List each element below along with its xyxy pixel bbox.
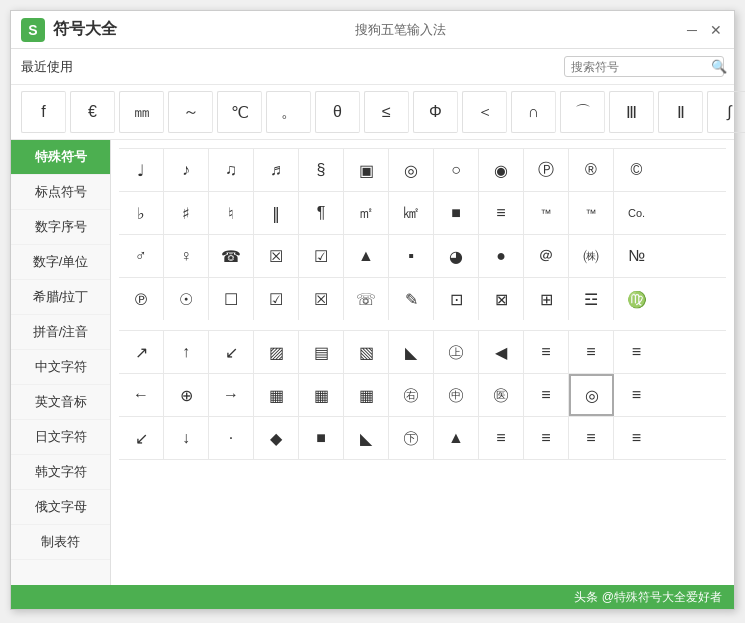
sym-cell[interactable]: ◎ [389,149,434,191]
recent-sym-13[interactable]: Ⅱ [658,91,703,133]
recent-sym-0[interactable]: f [21,91,66,133]
sym-cell[interactable]: ▪ [389,235,434,277]
sym-cell[interactable]: ◉ [479,149,524,191]
sidebar-item-japanese[interactable]: 日文字符 [11,420,110,455]
sym-cell[interactable]: ☎ [209,235,254,277]
sym-cell[interactable]: ㊤ [434,331,479,373]
sym-cell[interactable]: ◀ [479,331,524,373]
sym-cell[interactable]: ▣ [344,149,389,191]
sym-cell[interactable]: ♂ [119,235,164,277]
sym-cell[interactable]: § [299,149,344,191]
recent-sym-6[interactable]: θ [315,91,360,133]
sym-cell[interactable]: ☏ [344,278,389,320]
sidebar-item-phonetic[interactable]: 英文音标 [11,385,110,420]
sym-cell[interactable]: ㊩ [479,374,524,416]
sym-cell[interactable]: ㈱ [569,235,614,277]
sym-cell[interactable]: ＠ [524,235,569,277]
sym-cell[interactable]: ™ [569,192,614,234]
sym-cell[interactable]: ● [479,235,524,277]
sym-cell[interactable]: ☑ [254,278,299,320]
sym-cell[interactable]: ☒ [254,235,299,277]
sym-cell[interactable]: ← [119,374,164,416]
recent-sym-3[interactable]: ～ [168,91,213,133]
sym-cell[interactable]: ♩ [119,149,164,191]
sym-cell[interactable]: ☐ [209,278,254,320]
recent-sym-14[interactable]: ∫ [707,91,745,133]
sidebar-item-special[interactable]: 特殊符号 [11,140,110,175]
sym-cell[interactable]: ↑ [164,331,209,373]
sym-cell[interactable]: ■ [299,417,344,459]
sym-cell[interactable]: © [614,149,659,191]
recent-sym-5[interactable]: 。 [266,91,311,133]
sidebar-item-punctuation[interactable]: 标点符号 [11,175,110,210]
recent-sym-1[interactable]: € [70,91,115,133]
sym-cell[interactable]: ⊞ [524,278,569,320]
sym-cell[interactable]: ≡ [569,417,614,459]
sym-cell[interactable]: ⊡ [434,278,479,320]
recent-sym-7[interactable]: ≤ [364,91,409,133]
sym-cell[interactable]: ◆ [254,417,299,459]
sym-cell[interactable]: ♯ [164,192,209,234]
sym-cell[interactable]: ↗ [119,331,164,373]
recent-sym-11[interactable]: ⌒ [560,91,605,133]
sym-cell[interactable]: ♍ [614,278,659,320]
recent-sym-4[interactable]: ℃ [217,91,262,133]
sym-cell[interactable]: ♀ [164,235,209,277]
sym-cell[interactable]: ◣ [344,417,389,459]
sym-cell[interactable]: ℗ [119,278,164,320]
sym-cell[interactable]: ▤ [299,331,344,373]
sym-cell[interactable]: ≡ [569,331,614,373]
sym-cell[interactable]: ™ [524,192,569,234]
sym-cell[interactable]: ≡ [479,417,524,459]
close-button[interactable]: ✕ [708,22,724,38]
recent-sym-9[interactable]: ＜ [462,91,507,133]
sym-cell[interactable]: ▲ [344,235,389,277]
sym-cell[interactable]: ◣ [389,331,434,373]
sym-cell[interactable]: ≡ [479,192,524,234]
sidebar-item-chinese[interactable]: 中文字符 [11,350,110,385]
sym-cell[interactable]: ♮ [209,192,254,234]
sidebar-item-korean[interactable]: 韩文字符 [11,455,110,490]
minimize-button[interactable]: ─ [684,22,700,38]
sym-cell[interactable]: ♫ [209,149,254,191]
sym-cell[interactable]: ▲ [434,417,479,459]
recent-sym-10[interactable]: ∩ [511,91,556,133]
sym-cell[interactable]: ≡ [614,331,659,373]
sym-cell[interactable]: ◎ [569,374,614,416]
sym-cell[interactable]: ↙ [209,331,254,373]
sym-cell[interactable]: ㊦ [389,417,434,459]
sym-cell[interactable]: ☲ [569,278,614,320]
sym-cell[interactable]: ㊥ [434,374,479,416]
sym-cell[interactable]: ≡ [614,417,659,459]
sym-cell[interactable]: ⊠ [479,278,524,320]
sidebar-item-greek[interactable]: 希腊/拉丁 [11,280,110,315]
sym-cell[interactable]: ‖ [254,192,299,234]
sym-cell[interactable]: ㊨ [389,374,434,416]
sym-cell[interactable]: ■ [434,192,479,234]
sidebar-item-russian[interactable]: 俄文字母 [11,490,110,525]
sym-cell[interactable]: № [614,235,659,277]
search-input[interactable] [571,60,711,74]
recent-sym-12[interactable]: Ⅲ [609,91,654,133]
sym-cell[interactable]: ® [569,149,614,191]
recent-sym-8[interactable]: Φ [413,91,458,133]
sym-cell[interactable]: ≡ [614,374,659,416]
sym-cell[interactable]: ♬ [254,149,299,191]
sym-cell[interactable]: ㎡ [344,192,389,234]
sym-cell[interactable]: ㎢ [389,192,434,234]
sym-cell[interactable]: ♪ [164,149,209,191]
recent-sym-2[interactable]: ㎜ [119,91,164,133]
sidebar-item-pinyin[interactable]: 拼音/注音 [11,315,110,350]
sym-cell[interactable]: ▦ [299,374,344,416]
sym-cell[interactable]: ○ [434,149,479,191]
sym-cell[interactable]: ▦ [254,374,299,416]
sym-cell[interactable]: Co. [614,192,659,234]
sym-cell[interactable]: Ⓟ [524,149,569,191]
sym-cell[interactable]: ≡ [524,374,569,416]
sym-cell[interactable]: ☑ [299,235,344,277]
sym-cell[interactable]: ◕ [434,235,479,277]
sym-cell[interactable]: ▦ [344,374,389,416]
search-input-wrap[interactable]: 🔍 [564,56,724,77]
sym-cell[interactable]: ⊕ [164,374,209,416]
sidebar-item-number-unit[interactable]: 数字/单位 [11,245,110,280]
